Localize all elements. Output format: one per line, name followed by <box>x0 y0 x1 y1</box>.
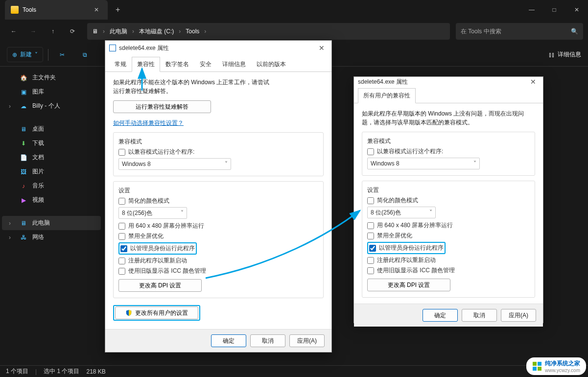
compat-mode-group: 兼容模式 以兼容模式运行这个程序: Windows 8˅ <box>113 132 324 176</box>
copy-button[interactable]: ⧉ <box>76 46 94 64</box>
tab-all-users-compat[interactable]: 所有用户的兼容性 <box>358 88 416 103</box>
up-button[interactable]: ↑ <box>44 23 62 40</box>
compat-os-select[interactable]: Windows 8˅ <box>367 158 480 169</box>
tab-details[interactable]: 详细信息 <box>217 57 251 72</box>
tab-title: Tools <box>23 6 36 13</box>
dialog-tabs: 所有用户的兼容性 <box>354 87 543 103</box>
apply-button[interactable]: 应用(A) <box>289 334 325 347</box>
details-pane-button[interactable]: ⫿⫿ 详细信息 <box>549 50 581 59</box>
sidebar-item-user[interactable]: ›☁Billy - 个人 <box>2 99 101 113</box>
dialog-body: 如果此程序不能在这个版本的 Windows 上正常工作，请尝试运行兼容性疑难解答… <box>105 72 331 329</box>
disable-fullscreen-checkbox[interactable]: 禁用全屏优化 <box>118 232 318 240</box>
shield-icon <box>125 309 132 316</box>
tab-compatibility[interactable]: 兼容性 <box>132 57 160 72</box>
watermark-url: www.ycwzy.com <box>545 368 580 373</box>
run-as-admin-checkbox[interactable]: 以管理员身份运行此程序 <box>120 244 195 253</box>
all-users-properties-dialog: sdelete64.exe 属性 ✕ 所有用户的兼容性 如果此程序在早期版本的 … <box>353 76 543 323</box>
group-label: 兼容模式 <box>367 137 530 145</box>
sidebar-item-network[interactable]: ›🖧网络 <box>2 230 101 244</box>
dialog-buttons: 确定 取消 应用(A) <box>354 304 543 327</box>
legacy-icc-checkbox[interactable]: 使用旧版显示器 ICC 颜色管理 <box>118 267 318 275</box>
intro-text: 如果此程序在早期版本的 Windows 上没有问题，而现在出现问题，请选择与该早… <box>362 109 535 127</box>
tab-signatures[interactable]: 数字签名 <box>160 57 194 72</box>
minimize-button[interactable]: — <box>520 0 543 20</box>
chevron-down-icon: ˅ <box>429 209 432 216</box>
sidebar-item-pictures[interactable]: 🖼图片 <box>2 165 101 179</box>
sidebar: 🏠主文件夹 ▣图库 ›☁Billy - 个人 🖥桌面 ⬇下载 📄文档 🖼图片 ♪… <box>0 67 103 365</box>
disable-fullscreen-checkbox[interactable]: 禁用全屏优化 <box>367 232 530 240</box>
all-users-button[interactable]: 更改所有用户的设置 <box>115 306 198 319</box>
status-item-count: 1 个项目 <box>6 367 28 376</box>
reduced-color-checkbox[interactable]: 简化的颜色模式 <box>367 196 530 205</box>
window-controls: — □ ✕ <box>520 0 588 20</box>
change-dpi-button[interactable]: 更改高 DPI 设置 <box>367 279 450 291</box>
res-640-checkbox[interactable]: 用 640 x 480 屏幕分辨率运行 <box>367 221 530 230</box>
app-icon <box>109 45 116 51</box>
tab-general[interactable]: 常规 <box>109 57 132 72</box>
chevron-icon: › <box>103 28 105 35</box>
refresh-button[interactable]: ⟳ <box>64 23 81 40</box>
compat-mode-checkbox[interactable]: 以兼容模式运行这个程序: <box>118 148 318 156</box>
cancel-button[interactable]: 取消 <box>462 309 497 322</box>
dialog-titlebar[interactable]: sdelete64.exe 属性 ✕ <box>354 77 543 87</box>
apply-button[interactable]: 应用(A) <box>501 309 536 322</box>
close-button[interactable]: ✕ <box>565 0 588 20</box>
chevron-down-icon: ˅ <box>473 160 476 167</box>
compat-os-select[interactable]: Windows 8˅ <box>118 158 231 170</box>
res-640-checkbox[interactable]: 用 640 x 480 屏幕分辨率运行 <box>118 222 318 230</box>
info-panel-icon: ⫿⫿ <box>549 51 555 58</box>
tab-close-icon[interactable]: ✕ <box>91 5 102 14</box>
address-bar[interactable]: 🖥 › 此电脑 › 本地磁盘 (C:) › Tools › <box>87 23 450 40</box>
sidebar-item-videos[interactable]: ▶视频 <box>2 193 101 207</box>
dialog-buttons: 确定 取消 应用(A) <box>105 329 331 352</box>
color-depth-select[interactable]: 8 位(256)色˅ <box>367 207 436 218</box>
sidebar-item-home[interactable]: 🏠主文件夹 <box>2 71 101 85</box>
dialog-close-button[interactable]: ✕ <box>316 43 328 53</box>
sidebar-item-downloads[interactable]: ⬇下载 <box>2 136 101 150</box>
run-as-admin-checkbox[interactable]: 以管理员身份运行此程序 <box>369 244 444 252</box>
dialog-titlebar[interactable]: sdelete64.exe 属性 ✕ <box>105 41 331 55</box>
status-selected: 选中 1 个项目 <box>44 367 79 376</box>
register-restart-checkbox[interactable]: 注册此程序以重新启动 <box>118 257 318 265</box>
breadcrumb[interactable]: 此电脑 <box>110 27 127 36</box>
legacy-icc-checkbox[interactable]: 使用旧版显示器 ICC 颜色管理 <box>367 266 530 275</box>
back-button[interactable]: ← <box>5 23 23 40</box>
ok-button[interactable]: 确定 <box>423 309 458 322</box>
chevron-icon: › <box>132 28 134 35</box>
settings-group: 设置 简化的颜色模式 8 位(256)色˅ 用 640 x 480 屏幕分辨率运… <box>113 181 324 298</box>
tab-previous[interactable]: 以前的版本 <box>251 57 291 72</box>
chevron-down-icon: ˅ <box>35 51 38 58</box>
reduced-color-checkbox[interactable]: 简化的颜色模式 <box>118 197 318 205</box>
chevron-down-icon: ˅ <box>225 161 228 167</box>
sidebar-item-desktop[interactable]: 🖥桌面 <box>2 122 101 136</box>
breadcrumb[interactable]: 本地磁盘 (C:) <box>139 27 174 36</box>
register-restart-checkbox[interactable]: 注册此程序以重新启动 <box>367 256 530 264</box>
sidebar-item-documents[interactable]: 📄文档 <box>2 150 101 165</box>
sidebar-item-gallery[interactable]: ▣图库 <box>2 85 101 99</box>
sidebar-item-thispc[interactable]: ›🖥此电脑 <box>2 216 101 230</box>
change-dpi-button[interactable]: 更改高 DPI 设置 <box>118 279 202 292</box>
search-input[interactable]: 在 Tools 中搜索 🔍 <box>456 23 583 40</box>
maximize-button[interactable]: □ <box>543 0 565 20</box>
svg-rect-1 <box>538 362 541 366</box>
search-icon: 🔍 <box>571 28 578 35</box>
color-depth-select[interactable]: 8 位(256)色˅ <box>118 207 187 219</box>
cancel-button[interactable]: 取消 <box>250 334 285 347</box>
dialog-tabs: 常规 兼容性 数字签名 安全 详细信息 以前的版本 <box>105 55 331 72</box>
sidebar-item-music[interactable]: ♪音乐 <box>2 179 101 193</box>
details-label: 详细信息 <box>558 50 581 59</box>
new-tab-button[interactable]: + <box>108 5 128 14</box>
chevron-icon: › <box>179 28 181 35</box>
dialog-close-button[interactable]: ✕ <box>527 77 539 87</box>
compat-mode-checkbox[interactable]: 以兼容模式运行这个程序: <box>367 147 530 156</box>
troubleshoot-button[interactable]: 运行兼容性疑难解答 <box>113 100 211 113</box>
window-tab[interactable]: Tools ✕ <box>5 0 108 20</box>
tab-security[interactable]: 安全 <box>194 57 217 72</box>
manual-settings-link[interactable]: 如何手动选择兼容性设置？ <box>113 119 184 126</box>
dialog-body: 如果此程序在早期版本的 Windows 上没有问题，而现在出现问题，请选择与该早… <box>354 103 543 304</box>
forward-button[interactable]: → <box>24 23 42 40</box>
cut-button[interactable]: ✂ <box>53 46 71 64</box>
ok-button[interactable]: 确定 <box>211 334 246 347</box>
new-button[interactable]: ⊕ 新建 ˅ <box>7 47 43 62</box>
breadcrumb[interactable]: Tools <box>186 28 199 35</box>
